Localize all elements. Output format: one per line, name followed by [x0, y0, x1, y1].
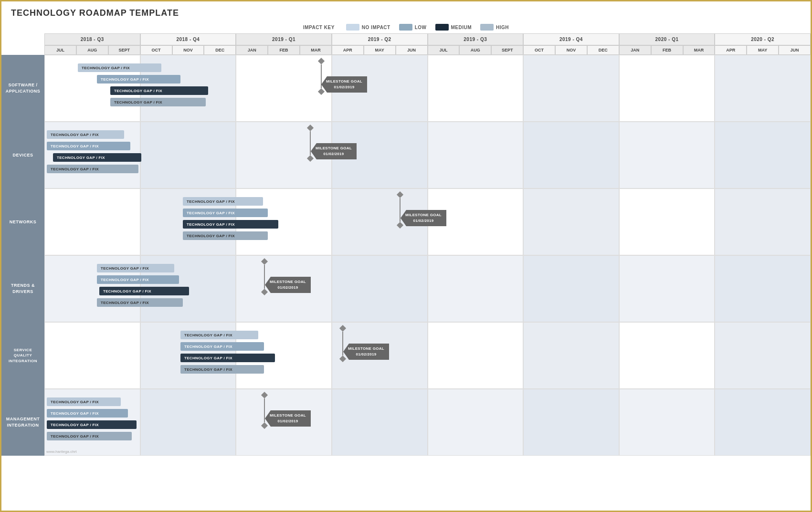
- legend-low-label: LOW: [415, 25, 427, 30]
- quarter-2018q4: 2018 - Q4: [140, 33, 236, 45]
- header-quarters: 2018 - Q3 2018 - Q4 2019 - Q1 2019 - Q2 …: [1, 33, 811, 45]
- header-months: JUL AUG SEPT OCT NOV DEC JAN FEB MAR APR…: [1, 45, 811, 55]
- row-trends-cells: TECHNOLOGY GAP / FIX TECHNOLOGY GAP / FI…: [44, 255, 811, 322]
- legend-no-impact: NO IMPACT: [346, 24, 390, 31]
- month-jan1: JAN: [236, 45, 268, 55]
- legend-low-box: [399, 24, 412, 31]
- month-jul1: JUL: [44, 45, 76, 55]
- quarter-2019q4: 2019 - Q4: [523, 33, 619, 45]
- quarter-2019q3: 2019 - Q3: [428, 33, 524, 45]
- quarter-2019q2: 2019 - Q2: [332, 33, 428, 45]
- legend-medium-box: [435, 24, 449, 31]
- row-label-software: SOFTWARE /APPLICATIONS: [1, 55, 44, 122]
- month-aug1: AUG: [76, 45, 108, 55]
- legend-no-impact-label: NO IMPACT: [362, 25, 390, 30]
- month-nov2: NOV: [555, 45, 587, 55]
- legend: IMPACT KEY NO IMPACT LOW MEDIUM HIGH: [1, 22, 811, 33]
- legend-key-label: IMPACT KEY: [303, 25, 335, 30]
- row-label-service: SERVICEQUALITYINTEGRATION: [1, 322, 44, 389]
- month-jun2: JUN: [779, 45, 811, 55]
- row-management: MANAGEMENTINTEGRATION TECHNOLOGY GAP / F…: [1, 389, 811, 456]
- legend-medium: MEDIUM: [435, 24, 472, 31]
- legend-no-impact-box: [346, 24, 359, 31]
- month-jul2: JUL: [428, 45, 460, 55]
- quarter-2020q1: 2020 - Q1: [619, 33, 715, 45]
- quarter-2018q3: 2018 - Q3: [44, 33, 140, 45]
- row-trends: TRENDS &DRIVERS TECHNOLOGY GAP / FIX TEC…: [1, 255, 811, 322]
- month-jun1: JUN: [396, 45, 428, 55]
- row-label-devices: DEVICES: [1, 122, 44, 188]
- month-jan2: JAN: [619, 45, 651, 55]
- legend-low: LOW: [399, 24, 427, 31]
- row-devices: DEVICES TECHNOLOGY GAP / FIX TECHNOLOGY …: [1, 122, 811, 188]
- row-label-networks: NETWORKS: [1, 188, 44, 255]
- quarter-2020q2: 2020 - Q2: [715, 33, 811, 45]
- month-dec1: DEC: [204, 45, 236, 55]
- row-networks-cells: TECHNOLOGY GAP / FIX TECHNOLOGY GAP / FI…: [44, 188, 811, 255]
- month-may2: MAY: [747, 45, 779, 55]
- month-feb2: FEB: [651, 45, 683, 55]
- month-sept1: SEPT: [108, 45, 140, 55]
- month-apr2: APR: [715, 45, 747, 55]
- row-software-cells: TECHNOLOGY GAP / FIX TECHNOLOGY GAP / FI…: [44, 55, 811, 122]
- month-mar1: MAR: [300, 45, 332, 55]
- row-label-management: MANAGEMENTINTEGRATION: [1, 389, 44, 456]
- legend-medium-label: MEDIUM: [451, 25, 472, 30]
- watermark: www.haritega.chrt: [46, 449, 77, 454]
- month-mar2: MAR: [683, 45, 715, 55]
- row-service: SERVICEQUALITYINTEGRATION TECHNOLOGY GAP…: [1, 322, 811, 389]
- row-software: SOFTWARE /APPLICATIONS TEC: [1, 55, 811, 122]
- month-oct1: OCT: [140, 45, 172, 55]
- row-label-trends: TRENDS &DRIVERS: [1, 255, 44, 322]
- roadmap-container: 2018 - Q3 2018 - Q4 2019 - Q1 2019 - Q2 …: [1, 33, 811, 456]
- row-management-cells: TECHNOLOGY GAP / FIX TECHNOLOGY GAP / FI…: [44, 389, 811, 456]
- legend-high-box: [480, 24, 494, 31]
- month-feb1: FEB: [268, 45, 300, 55]
- month-sept2: SEPT: [491, 45, 523, 55]
- row-networks: NETWORKS TECHNOLOGY GAP / FIX TECHNOLOGY…: [1, 188, 811, 255]
- legend-high: HIGH: [480, 24, 509, 31]
- month-oct2: OCT: [523, 45, 555, 55]
- month-nov1: NOV: [172, 45, 204, 55]
- row-devices-cells: TECHNOLOGY GAP / FIX TECHNOLOGY GAP / FI…: [44, 122, 811, 188]
- page-wrapper: TECHNOLOGY ROADMAP TEMPLATE IMPACT KEY N…: [1, 1, 811, 456]
- quarter-2019q1: 2019 - Q1: [236, 33, 332, 45]
- month-dec2: DEC: [587, 45, 619, 55]
- month-apr1: APR: [332, 45, 364, 55]
- row-service-cells: TECHNOLOGY GAP / FIX TECHNOLOGY GAP / FI…: [44, 322, 811, 389]
- month-may1: MAY: [364, 45, 396, 55]
- month-aug2: AUG: [459, 45, 491, 55]
- page-title: TECHNOLOGY ROADMAP TEMPLATE: [1, 1, 811, 22]
- legend-high-label: HIGH: [496, 25, 509, 30]
